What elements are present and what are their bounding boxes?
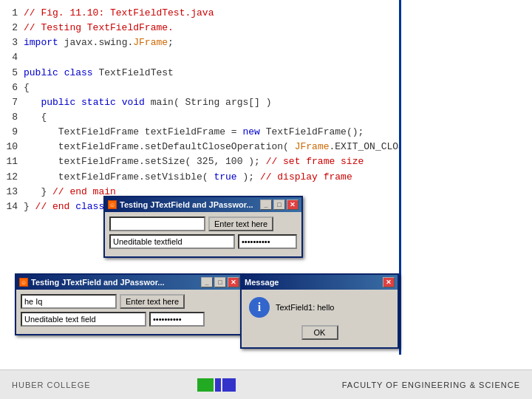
code-line: 11 textFieldFrame.setSize( 325, 100 ); /… xyxy=(3,154,396,169)
enter-text-button2[interactable]: Enter text here xyxy=(120,294,185,309)
logo-green-shape xyxy=(197,378,214,392)
line-content: { xyxy=(24,81,30,95)
code-line: 9 TextFieldFrame textFieldFrame = new Te… xyxy=(3,125,396,140)
code-line: 6{ xyxy=(3,81,396,95)
line-number: 7 xyxy=(3,95,18,110)
textfield2-uneditable-2[interactable] xyxy=(21,312,146,327)
dialog-main-title: Testing JTextField and JPasswor... xyxy=(120,200,253,209)
info-icon: i xyxy=(249,297,270,318)
dialog-message-titlebar: Message ✕ xyxy=(242,275,398,290)
line-number: 2 xyxy=(3,21,18,35)
line-number: 5 xyxy=(3,66,18,81)
code-line: 4 xyxy=(3,50,396,65)
dialog-main-titlebar: ☺ Testing JTextField and JPasswor... _ □… xyxy=(105,197,301,212)
dialog-main[interactable]: ☺ Testing JTextField and JPasswor... _ □… xyxy=(103,196,303,258)
line-content: // Fig. 11.10: TextFieldTest.java xyxy=(24,6,214,21)
dialog-second-title: Testing JTextField and JPasswor... xyxy=(31,278,165,287)
textfield2-uneditable[interactable] xyxy=(109,234,235,249)
line-content: import javax.swing.JFrame; xyxy=(24,35,174,50)
code-line: 3import javax.swing.JFrame; xyxy=(3,35,396,50)
dialog-message-content: i TextField1: hello OK xyxy=(242,290,398,347)
close-button-2[interactable]: ✕ xyxy=(228,277,239,287)
passwordfield2[interactable] xyxy=(149,312,205,327)
line-number: 8 xyxy=(3,110,18,125)
textfield1-input[interactable] xyxy=(109,216,205,231)
bottom-bar: HUBER COLLEGE FACULTY OF ENGINEERING & S… xyxy=(0,369,532,399)
logo-shapes xyxy=(197,378,236,392)
ok-button[interactable]: OK xyxy=(301,325,338,340)
message-row: i TextField1: hello xyxy=(249,297,335,318)
dialog-main-row2 xyxy=(109,234,297,249)
line-number: 6 xyxy=(3,81,18,95)
code-line: 10 textFieldFrame.setDefaultCloseOperati… xyxy=(3,140,396,154)
dialog-second[interactable]: ☺ Testing JTextField and JPasswor... _ □… xyxy=(15,273,244,335)
bottom-right-text: FACULTY OF ENGINEERING & SCIENCE xyxy=(342,381,520,389)
dialog-main-content: Enter text here xyxy=(105,212,301,256)
message-text: TextField1: hello xyxy=(276,303,335,312)
dialog-message-title: Message xyxy=(245,278,279,287)
maximize-button-2[interactable]: □ xyxy=(214,277,226,287)
code-line: 7 public static void main( String args[]… xyxy=(3,95,396,110)
dialog-second-icon: ☺ xyxy=(19,278,28,287)
dialog-second-controls[interactable]: _ □ ✕ xyxy=(201,277,239,287)
logo-blue1-shape xyxy=(215,378,221,392)
line-number: 13 xyxy=(3,185,18,200)
line-content: textFieldFrame.setDefaultCloseOperation(… xyxy=(24,140,427,154)
dialog-main-row1: Enter text here xyxy=(109,216,297,231)
ok-row: OK xyxy=(249,325,390,340)
dialog-second-row1: Enter text here xyxy=(21,294,238,309)
line-number: 12 xyxy=(3,170,18,185)
minimize-button-2[interactable]: _ xyxy=(201,277,213,287)
dialog-second-content: Enter text here xyxy=(16,290,242,334)
code-line: 8 { xyxy=(3,110,396,125)
close-button-msg[interactable]: ✕ xyxy=(383,277,395,287)
minimize-button[interactable]: _ xyxy=(260,200,272,210)
line-number: 4 xyxy=(3,50,18,65)
dialog-main-controls[interactable]: _ □ ✕ xyxy=(260,200,299,210)
close-button[interactable]: ✕ xyxy=(287,200,299,210)
textfield1-input-2[interactable] xyxy=(21,294,117,309)
dialog-second-row2 xyxy=(21,312,238,327)
line-number: 14 xyxy=(3,200,18,214)
line-number: 11 xyxy=(3,154,18,169)
line-number: 3 xyxy=(3,35,18,50)
line-content: // Testing TextFieldFrame. xyxy=(24,21,174,35)
code-line: 12 textFieldFrame.setVisible( true ); //… xyxy=(3,170,396,185)
right-panel xyxy=(399,0,532,355)
dialog-message-controls[interactable]: ✕ xyxy=(383,277,395,287)
dialog-second-titlebar: ☺ Testing JTextField and JPasswor... _ □… xyxy=(16,275,242,290)
line-content: { xyxy=(24,110,47,125)
line-content: textFieldFrame.setVisible( true ); // di… xyxy=(24,170,352,185)
line-content: public class TextFieldTest xyxy=(24,66,174,81)
line-number: 10 xyxy=(3,140,18,154)
logo-blue2-shape xyxy=(222,378,236,392)
line-content: TextFieldFrame textFieldFrame = new Text… xyxy=(24,125,364,140)
code-line: 5public class TextFieldTest xyxy=(3,66,396,81)
dialog-main-icon: ☺ xyxy=(108,200,117,209)
bottom-left-text: HUBER COLLEGE xyxy=(12,381,91,389)
line-content: public static void main( String args[] ) xyxy=(24,95,272,110)
code-line: 1// Fig. 11.10: TextFieldTest.java xyxy=(3,6,396,21)
code-line: 2// Testing TextFieldFrame. xyxy=(3,21,396,35)
enter-text-button1[interactable]: Enter text here xyxy=(208,216,273,231)
passwordfield1[interactable] xyxy=(238,234,297,249)
line-content: textFieldFrame.setSize( 325, 100 ); // s… xyxy=(24,154,364,169)
maximize-button[interactable]: □ xyxy=(273,200,285,210)
line-number: 9 xyxy=(3,125,18,140)
dialog-message[interactable]: Message ✕ i TextField1: hello OK xyxy=(240,273,399,349)
line-number: 1 xyxy=(3,6,18,21)
line-content: } // end main xyxy=(24,185,116,200)
